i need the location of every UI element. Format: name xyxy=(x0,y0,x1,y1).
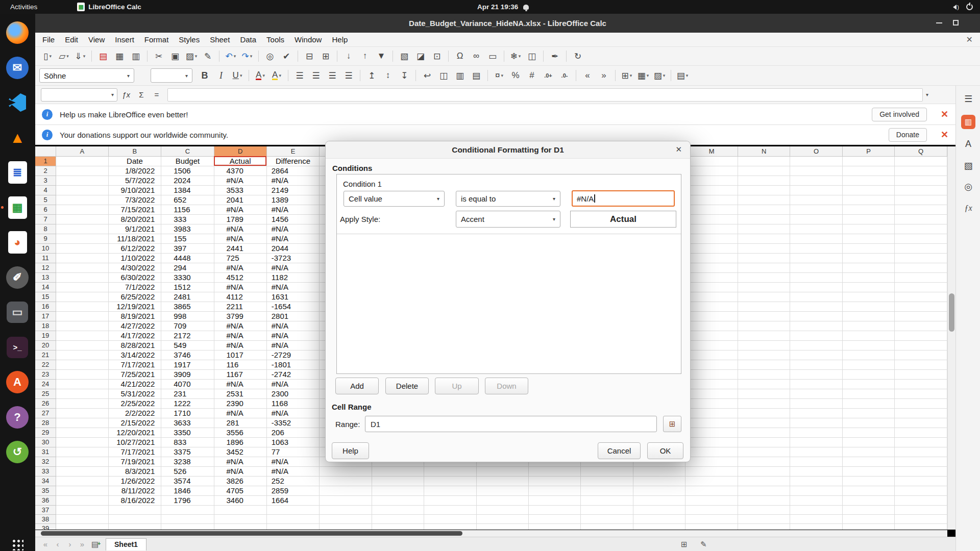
cell-O33[interactable] xyxy=(790,466,843,476)
chevron-down-icon[interactable]: ▾ xyxy=(686,73,689,78)
cell-C6[interactable]: 1156 xyxy=(161,205,214,214)
cell-J36[interactable] xyxy=(529,495,581,505)
cell-C8[interactable]: 3983 xyxy=(161,224,214,234)
cell-A23[interactable] xyxy=(56,369,108,379)
cell-P1[interactable] xyxy=(842,156,894,166)
cell-M25[interactable] xyxy=(685,389,738,398)
cell-N18[interactable] xyxy=(738,321,790,331)
paste-icon[interactable]: ▨▾ xyxy=(184,48,199,64)
column-header-M[interactable]: M xyxy=(685,146,738,156)
cell-E16[interactable]: -1654 xyxy=(266,302,319,311)
borders-icon[interactable]: ⊞▾ xyxy=(620,68,634,83)
clone-formatting-icon[interactable]: ✎ xyxy=(201,48,215,64)
cell-N23[interactable] xyxy=(738,369,790,379)
previous-sheet-icon[interactable]: ‹ xyxy=(52,540,64,548)
wrap-text-icon[interactable]: ↩ xyxy=(420,68,434,83)
chevron-down-icon[interactable]: ▾ xyxy=(111,92,114,97)
cell-D24[interactable]: #N/A xyxy=(214,379,266,389)
cell-O2[interactable] xyxy=(790,166,843,176)
cell-M27[interactable] xyxy=(685,408,738,418)
cell-M31[interactable] xyxy=(685,447,738,457)
cell-B28[interactable]: 2/15/2022 xyxy=(108,418,161,428)
cell-F38[interactable] xyxy=(320,514,372,523)
print-icon[interactable]: ▦ xyxy=(112,48,127,64)
cell-A31[interactable] xyxy=(56,447,108,457)
cell-E24[interactable]: #N/A xyxy=(266,379,319,389)
cell-C3[interactable]: 2024 xyxy=(161,176,214,185)
cell-E37[interactable] xyxy=(266,505,319,514)
cell-C17[interactable]: 998 xyxy=(161,311,214,321)
cell-L38[interactable] xyxy=(633,514,685,523)
cell-Q39[interactable] xyxy=(895,523,947,530)
cell-M39[interactable] xyxy=(685,523,738,530)
cell-A13[interactable] xyxy=(56,272,108,282)
cell-B14[interactable]: 7/1/2022 xyxy=(108,282,161,292)
cell-P25[interactable] xyxy=(842,389,894,398)
cell-B21[interactable]: 3/14/2022 xyxy=(108,350,161,360)
cell-E8[interactable]: #N/A xyxy=(266,224,319,234)
cell-C33[interactable]: 526 xyxy=(161,466,214,476)
cell-Q26[interactable] xyxy=(895,398,947,408)
cell-O31[interactable] xyxy=(790,447,843,457)
cell-A21[interactable] xyxy=(56,350,108,360)
cell-D26[interactable]: 2390 xyxy=(214,398,266,408)
cell-H35[interactable] xyxy=(424,486,476,495)
cell-D37[interactable] xyxy=(214,505,266,514)
format-number-icon[interactable]: # xyxy=(525,68,539,83)
cell-C18[interactable]: 709 xyxy=(161,321,214,331)
cell-Q23[interactable] xyxy=(895,369,947,379)
cell-N6[interactable] xyxy=(738,205,790,214)
row-header-35[interactable]: 35 xyxy=(35,486,56,495)
dialog-close-icon[interactable]: ✕ xyxy=(675,145,682,154)
cell-C5[interactable]: 652 xyxy=(161,195,214,205)
chevron-down-icon[interactable]: ▾ xyxy=(234,54,236,59)
cell-M10[interactable] xyxy=(685,243,738,253)
move-up-button[interactable]: Up xyxy=(435,378,479,394)
cell-F37[interactable] xyxy=(320,505,372,514)
cell-D31[interactable]: 3452 xyxy=(214,447,266,457)
row-header-36[interactable]: 36 xyxy=(35,495,56,505)
cell-C4[interactable]: 1384 xyxy=(161,185,214,195)
cell-O17[interactable] xyxy=(790,311,843,321)
cell-M3[interactable] xyxy=(685,176,738,185)
cell-C32[interactable]: 3238 xyxy=(161,457,214,466)
row-header-37[interactable]: 37 xyxy=(35,505,56,514)
cell-P35[interactable] xyxy=(842,486,894,495)
cut-icon[interactable]: ✂ xyxy=(152,48,166,64)
cell-I34[interactable] xyxy=(476,476,528,486)
cell-E34[interactable]: 252 xyxy=(266,476,319,486)
font-color-icon[interactable]: A▾ xyxy=(253,68,267,83)
cell-A17[interactable] xyxy=(56,311,108,321)
refresh-icon[interactable]: ↻ xyxy=(571,48,585,64)
row-header-3[interactable]: 3 xyxy=(35,176,56,185)
menu-styles[interactable]: Styles xyxy=(174,35,205,44)
cell-C23[interactable]: 3909 xyxy=(161,369,214,379)
row-header-26[interactable]: 26 xyxy=(35,398,56,408)
cell-C2[interactable]: 1506 xyxy=(161,166,214,176)
cell-P5[interactable] xyxy=(842,195,894,205)
column-header-O[interactable]: O xyxy=(790,146,843,156)
activities-button[interactable]: Activities xyxy=(10,3,37,11)
cell-M26[interactable] xyxy=(685,398,738,408)
cell-L37[interactable] xyxy=(633,505,685,514)
cell-Q36[interactable] xyxy=(895,495,947,505)
cell-O11[interactable] xyxy=(790,253,843,263)
cell-N34[interactable] xyxy=(738,476,790,486)
font-size-combo[interactable]: ▾ xyxy=(151,68,192,83)
cell-A6[interactable] xyxy=(56,205,108,214)
row-header-2[interactable]: 2 xyxy=(35,166,56,176)
cell-B8[interactable]: 9/1/2021 xyxy=(108,224,161,234)
chevron-down-icon[interactable]: ▾ xyxy=(663,73,666,78)
row-header-21[interactable]: 21 xyxy=(35,350,56,360)
cell-G36[interactable] xyxy=(372,495,424,505)
cell-P36[interactable] xyxy=(842,495,894,505)
cell-B37[interactable] xyxy=(108,505,161,514)
cell-M37[interactable] xyxy=(685,505,738,514)
spelling-icon[interactable]: ✔ xyxy=(279,48,293,64)
close-document-icon[interactable]: ✕ xyxy=(966,35,973,44)
cell-O10[interactable] xyxy=(790,243,843,253)
cell-Q22[interactable] xyxy=(895,360,947,369)
cell-M36[interactable] xyxy=(685,495,738,505)
firefox-icon[interactable] xyxy=(5,20,30,45)
cell-D29[interactable]: 3556 xyxy=(214,428,266,437)
